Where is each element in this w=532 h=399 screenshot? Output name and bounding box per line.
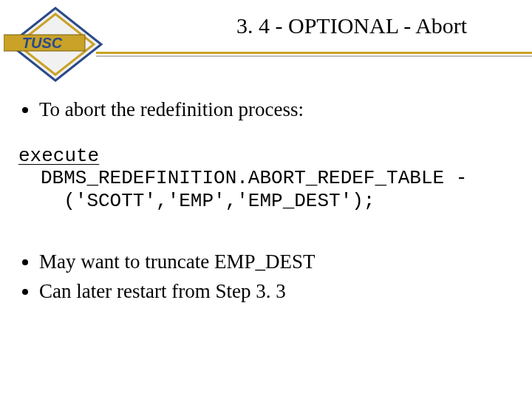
code-line-2: ('SCOTT','EMP','EMP_DEST'); — [41, 190, 517, 213]
code-execute-keyword: execute — [18, 145, 517, 167]
spacer — [18, 213, 517, 248]
bullet-item: Can later restart from Step 3. 3 — [39, 278, 517, 304]
bullet-list-2: May want to truncate EMP_DEST Can later … — [18, 248, 517, 305]
bullet-list-1: To abort the redefinition process: — [18, 96, 517, 123]
divider-gold — [96, 52, 532, 54]
slide-title: 3. 4 - OPTIONAL - Abort — [236, 13, 532, 38]
logo-text: TUSC — [22, 35, 63, 51]
slide-body: To abort the redefinition process: execu… — [18, 96, 517, 327]
divider-grey — [96, 55, 532, 57]
bullet-item: May want to truncate EMP_DEST — [39, 248, 517, 275]
bullet-item: To abort the redefinition process: — [39, 96, 517, 123]
code-line-1: DBMS_REDEFINITION.ABORT_REDEF_TABLE - — [41, 167, 517, 190]
slide: TUSC 3. 4 - OPTIONAL - Abort To abort th… — [0, 0, 532, 399]
tusc-logo: TUSC — [4, 4, 107, 85]
